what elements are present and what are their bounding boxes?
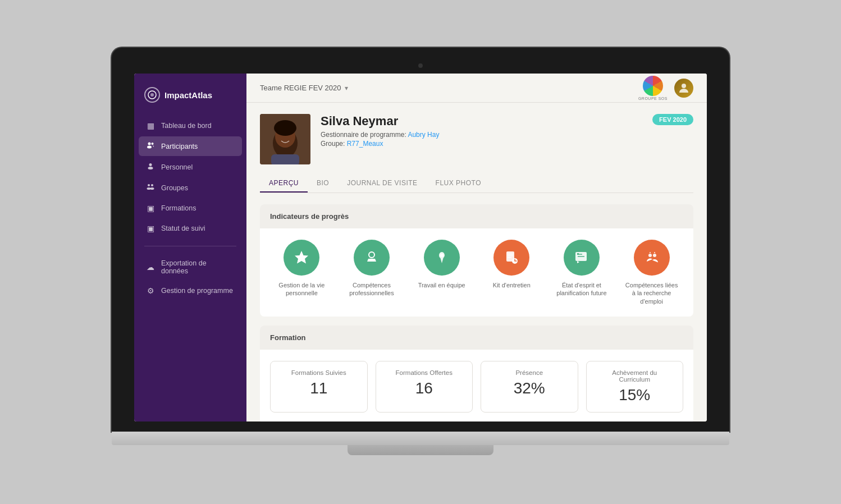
sidebar-item-label-groupes: Groupes (161, 184, 188, 192)
sidebar-item-participants[interactable]: Participants (139, 136, 242, 156)
stat-value-achevement: 15% (619, 386, 650, 404)
formation-header: Formation (260, 326, 693, 350)
sidebar-item-gestion[interactable]: ⚙ Gestion de programme (139, 281, 242, 300)
dashboard-icon: ▦ (145, 121, 156, 130)
sidebar-item-groupes[interactable]: Groupes (139, 178, 242, 198)
tab-apercu[interactable]: APERÇU (260, 175, 308, 193)
indicators-section: Indicateurs de progrès (260, 204, 693, 317)
groupe-sos: GROUPE SOS (638, 76, 668, 100)
indicator-circle-recherche (634, 240, 670, 276)
laptop-base (112, 432, 729, 445)
sidebar-item-label-tableau: Tableau de bord (161, 122, 212, 130)
indicator-vie-personnelle[interactable]: Gestion de la vie personnelle (273, 240, 330, 305)
svg-point-3 (147, 146, 152, 149)
profile-header: Silva Neymar Gestionnaire de programme: … (260, 114, 693, 164)
svg-point-11 (682, 84, 686, 88)
period-badge: FEV 2020 (652, 114, 693, 125)
sidebar-item-formations[interactable]: ▣ Formations (139, 199, 242, 218)
stat-label-offertes: Formations Offertes (396, 369, 453, 376)
sidebar-item-personnel[interactable]: Personnel (139, 157, 242, 177)
sidebar-item-label-statut: Statut de suivi (161, 224, 205, 232)
indicator-circle-etat (564, 240, 600, 276)
stat-achevement: Achèvement du Curriculum 15% (586, 361, 684, 413)
svg-point-15 (274, 120, 296, 136)
sidebar-item-tableau-de-bord[interactable]: ▦ Tableau de bord (139, 116, 242, 135)
svg-point-6 (148, 167, 153, 169)
svg-rect-16 (271, 154, 299, 164)
indicator-circle-vie (284, 240, 319, 276)
groupes-icon (145, 183, 156, 193)
tab-journal[interactable]: JOURNAL DE VISITE (338, 175, 426, 193)
topbar-left: Teame REGIE FEV 2020 ▾ (260, 84, 348, 92)
profile-photo (260, 114, 310, 164)
indicator-etat-esprit[interactable]: État d'esprit et planification future (554, 240, 610, 305)
tab-flux[interactable]: FLUX PHOTO (427, 175, 490, 193)
topbar: Teame REGIE FEV 2020 ▾ GROUPE SOS (246, 74, 707, 103)
gear-icon: ⚙ (145, 286, 156, 295)
profile-group: Groupe: R77_Meaux (321, 140, 693, 148)
cloud-icon: ☁ (145, 263, 156, 272)
profile-tabs: APERÇU BIO JOURNAL DE VISITE FLUX PHOTO (260, 175, 693, 193)
indicator-circle-comp (354, 240, 390, 276)
svg-rect-21 (508, 254, 513, 255)
stat-value-offertes: 16 (415, 379, 433, 397)
svg-point-9 (147, 187, 151, 190)
camera (418, 63, 423, 68)
indicator-circle-kit (493, 240, 529, 276)
sidebar-item-label-personnel: Personnel (161, 163, 193, 171)
stat-formations-suivies: Formations Suivies 11 (270, 361, 368, 413)
groupe-sos-label: GROUPE SOS (638, 97, 668, 100)
svg-point-30 (653, 254, 656, 257)
manager-link[interactable]: Aubry Hay (408, 131, 439, 139)
profile-manager: Gestionnaire de programme: Aubry Hay (321, 131, 693, 139)
svg-rect-23 (508, 257, 511, 258)
indicator-label-recherche: Compétences liées à la recherche d'emplo… (624, 281, 680, 305)
app-container: ImpactAtlas ▦ Tableau de bord (134, 74, 707, 421)
svg-point-10 (150, 187, 154, 190)
indicator-competences-pro[interactable]: Compétences professionnelles (344, 240, 400, 305)
svg-point-4 (152, 143, 154, 145)
profile-info: Silva Neymar Gestionnaire de programme: … (321, 114, 693, 148)
stat-presence: Présence 32% (481, 361, 578, 413)
indicator-label-vie: Gestion de la vie personnelle (273, 281, 330, 297)
sidebar-bottom: ☁ Exportation de données ⚙ Gestion de pr… (134, 254, 246, 300)
svg-rect-18 (369, 259, 374, 260)
indicators-body: Gestion de la vie personnelle (260, 228, 693, 317)
stat-label-suivies: Formations Suivies (291, 369, 346, 376)
indicator-label-comp: Compétences professionnelles (344, 281, 400, 297)
sidebar-nav: ▦ Tableau de bord (134, 116, 246, 238)
formation-stats: Formations Suivies 11 Formations Offerte… (270, 361, 683, 413)
formation-body: Formations Suivies 11 Formations Offerte… (260, 350, 693, 421)
svg-point-8 (151, 184, 153, 186)
sidebar-logo[interactable]: ImpactAtlas (134, 83, 246, 116)
logo-text: ImpactAtlas (164, 90, 212, 100)
sidebar: ImpactAtlas ▦ Tableau de bord (134, 74, 246, 421)
indicator-label-kit: Kit d'entretien (493, 281, 531, 289)
sidebar-item-exportation[interactable]: ☁ Exportation de données (139, 254, 242, 280)
logo-icon (144, 87, 160, 103)
laptop-frame: ImpactAtlas ▦ Tableau de bord (112, 48, 729, 456)
indicator-travail-equipe[interactable]: Travail en équipe (414, 240, 470, 305)
svg-point-1 (150, 93, 154, 97)
participants-icon (145, 141, 156, 151)
indicator-competences-recherche[interactable]: Compétences liées à la recherche d'emplo… (624, 240, 680, 305)
sidebar-item-label-exportation: Exportation de données (161, 259, 235, 275)
stat-value-presence: 32% (514, 379, 545, 397)
screen-bezel: ImpactAtlas ▦ Tableau de bord (112, 48, 729, 432)
group-link[interactable]: R77_Meaux (347, 140, 383, 148)
sidebar-item-statut[interactable]: ▣ Statut de suivi (139, 219, 242, 238)
dropdown-icon[interactable]: ▾ (345, 84, 348, 92)
formations-icon: ▣ (145, 204, 156, 213)
sidebar-item-label-participants: Participants (161, 143, 198, 150)
team-selector[interactable]: Teame REGIE FEV 2020 (260, 84, 341, 92)
stat-label-achevement: Achèvement du Curriculum (597, 369, 673, 383)
indicators-grid: Gestion de la vie personnelle (270, 240, 683, 305)
sidebar-item-label-gestion: Gestion de programme (161, 287, 233, 295)
tab-bio[interactable]: BIO (308, 175, 338, 193)
stat-label-presence: Présence (515, 369, 543, 376)
svg-point-2 (148, 143, 151, 145)
indicator-kit-entretien[interactable]: Kit d'entretien (483, 240, 540, 305)
profile-name: Silva Neymar (321, 114, 693, 129)
user-avatar[interactable] (674, 79, 693, 98)
formation-section: Formation Formations Suivies 11 (260, 326, 693, 421)
